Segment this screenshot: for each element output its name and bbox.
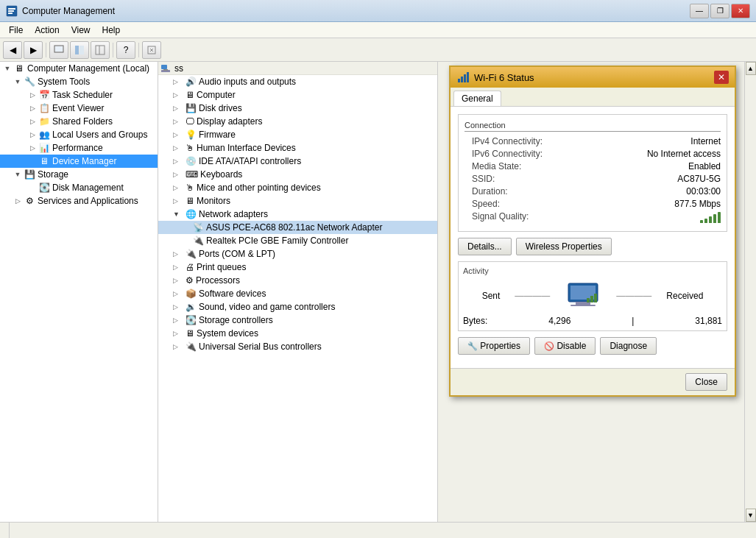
activity-section: Activity Sent ———— [458,261,727,331]
show-hide-button[interactable] [70,41,89,59]
device-hid[interactable]: ▷ 🖱 Human Interface Devices [158,141,437,155]
expand-shared-folders[interactable]: ▷ [27,116,38,127]
details-button[interactable]: Details... [458,238,512,255]
device-sound[interactable]: ▷ 🔉 Sound, video and game controllers [158,300,437,314]
duration-row: Duration: 00:03:00 [464,186,721,197]
device-print-queues[interactable]: ▷ 🖨 Print queues [158,261,437,274]
ssid-label: SSID: [464,174,495,184]
tree-shared-folders[interactable]: ▷ 📁 Shared Folders [0,115,158,128]
device-ports[interactable]: ▷ 🔌 Ports (COM & LPT) [158,247,437,261]
expand-icon-root[interactable]: ▼ [1,63,13,74]
system-tools-label: System Tools [38,77,90,87]
activity-labels-row: Sent ———— [463,280,722,311]
bytes-divider: | [632,316,634,326]
wireless-properties-button[interactable]: Wireless Properties [516,238,612,255]
wifi-title-bar: Wi-Fi 6 Status ✕ [451,67,735,88]
device-mice[interactable]: ▷ 🖱 Mice and other pointing devices [158,181,437,194]
expand-device-manager[interactable] [27,155,38,167]
shared-folders-label: Shared Folders [52,116,113,127]
menu-file[interactable]: File [3,24,29,37]
duration-value: 00:03:00 [686,186,721,197]
tree-services[interactable]: ▷ ⚙ Services and Applications [0,194,158,208]
svg-rect-6 [75,46,79,54]
device-ide[interactable]: ▷ 💿 IDE ATA/ATAPI controllers [158,155,437,168]
wifi-dialog-close[interactable]: ✕ [714,71,729,84]
tree-system-tools[interactable]: ▼ 🔧 System Tools [0,75,158,88]
left-tree-panel[interactable]: ▼ 🖥 Computer Management (Local) ▼ 🔧 Syst… [0,62,158,522]
device-storage-ctrl[interactable]: ▷ 💽 Storage controllers [158,314,437,327]
tree-device-manager[interactable]: 🖥 Device Manager [0,155,158,168]
tree-disk-management[interactable]: 💽 Disk Management [0,181,158,194]
help-button[interactable]: ? [116,41,135,59]
right-scrollbar[interactable]: ▲ ▼ [744,62,756,522]
tree-event-viewer[interactable]: ▷ 📋 Event Viewer [0,102,158,115]
menu-view[interactable]: View [66,24,96,37]
svg-rect-15 [163,69,168,71]
speed-row: Speed: 877.5 Mbps [464,199,721,209]
signal-label: Signal Quality: [464,211,529,223]
computer-icon: 🖥 [13,63,25,74]
forward-button[interactable]: ▶ [24,41,43,59]
scroll-up-arrow[interactable]: ▲ [746,62,756,75]
device-firmware[interactable]: ▷ 💡 Firmware [158,128,437,141]
device-disk-drives[interactable]: ▷ 💾 Disk drives [158,102,437,115]
diagnose-button[interactable]: Diagnose [600,337,657,355]
expand-local-users[interactable]: ▷ [27,129,38,141]
bytes-received: 31,881 [695,316,722,326]
expand-event-viewer[interactable]: ▷ [27,102,38,114]
wifi-bottom-bar: Close [451,368,735,395]
export-button[interactable] [142,41,161,59]
tree-root[interactable]: ▼ 🖥 Computer Management (Local) [0,62,158,75]
bar-5 [718,212,721,223]
device-asus-adapter[interactable]: 📡 ASUS PCE-AC68 802.11ac Network Adapter [158,221,437,234]
wifi-tabs: General [451,88,735,107]
panel-button[interactable] [91,41,110,59]
signal-value [700,211,721,223]
expand-disk-management[interactable] [27,182,38,194]
menu-action[interactable]: Action [29,24,65,37]
device-display[interactable]: ▷ 🖵 Display adapters [158,115,437,128]
properties-button[interactable]: 🔧 Properties [458,337,530,355]
tree-storage[interactable]: ▼ 💾 Storage [0,168,158,181]
svg-rect-13 [161,65,167,69]
device-realtek[interactable]: 🔌 Realtek PCIe GBE Family Controller [158,234,437,247]
svg-rect-25 [590,296,593,302]
device-processors[interactable]: ▷ ⚙ Processors [158,274,437,287]
tree-task-scheduler[interactable]: ▷ 📅 Task Scheduler [0,88,158,102]
activity-title: Activity [463,266,722,275]
device-keyboards[interactable]: ▷ ⌨ Keyboards [158,168,437,181]
restore-button[interactable]: ❐ [710,4,729,18]
device-tree-panel[interactable]: ss ▷ 🔊 Audio inputs and outputs ▷ 🖥 Comp… [158,62,438,522]
device-audio[interactable]: ▷ 🔊 Audio inputs and outputs [158,75,437,88]
expand-system-tools[interactable]: ▼ [12,76,24,88]
tree-local-users[interactable]: ▷ 👥 Local Users and Groups [0,128,158,141]
expand-storage[interactable]: ▼ [12,169,24,180]
ipv4-label: IPv4 Connectivity: [464,136,543,146]
close-button[interactable]: ✕ [731,4,750,18]
back-button[interactable]: ◀ [3,41,22,59]
device-network[interactable]: ▼ 🌐 Network adapters [158,208,437,221]
close-bottom-button[interactable]: Close [685,373,727,391]
ipv4-row: IPv4 Connectivity: Internet [464,136,721,146]
expand-services[interactable]: ▷ [12,195,24,207]
device-display-label: Display adapters [197,116,262,127]
svg-rect-23 [570,305,596,306]
menu-help[interactable]: Help [96,24,127,37]
media-state-label: Media State: [464,161,521,171]
minimize-button[interactable]: — [690,4,709,18]
up-button[interactable] [49,41,68,59]
scroll-down-arrow[interactable]: ▼ [746,509,756,522]
task-scheduler-label: Task Scheduler [52,90,113,100]
device-computer[interactable]: ▷ 🖥 Computer [158,88,437,102]
services-icon: ⚙ [24,195,35,207]
disable-button[interactable]: 🚫 Disable [534,337,596,355]
bytes-sent: 4,296 [548,316,570,326]
expand-task-scheduler[interactable]: ▷ [27,89,38,101]
expand-performance[interactable]: ▷ [27,142,38,154]
tree-performance[interactable]: ▷ 📊 Performance [0,141,158,155]
device-software[interactable]: ▷ 📦 Software devices [158,287,437,300]
device-system[interactable]: ▷ 🖥 System devices [158,327,437,340]
tab-general[interactable]: General [453,91,501,106]
device-usb[interactable]: ▷ 🔌 Universal Serial Bus controllers [158,340,437,353]
device-monitors[interactable]: ▷ 🖥 Monitors [158,194,437,208]
